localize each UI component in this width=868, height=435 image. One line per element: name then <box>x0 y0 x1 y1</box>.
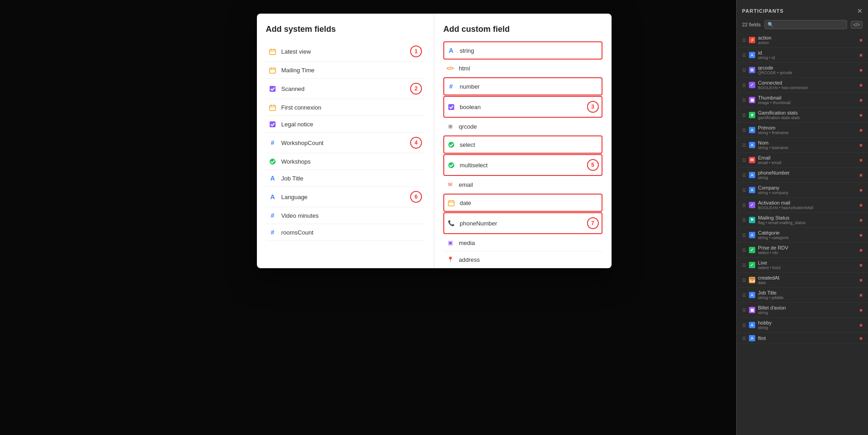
system-field-item[interactable]: Scanned 2 <box>266 79 425 99</box>
checkmark-icon <box>269 157 277 165</box>
hash-icon: # <box>269 228 277 236</box>
svg-point-14 <box>270 159 276 165</box>
custom-field-item[interactable]: ✉ email <box>443 176 602 193</box>
svg-point-16 <box>448 142 454 148</box>
checkbox-icon <box>269 85 277 93</box>
modal-body: Add system fields Latest view 1 Mailing … <box>257 14 612 268</box>
field-label: Mailing Time <box>281 67 315 74</box>
string-icon: A <box>269 174 277 182</box>
date-icon <box>447 199 455 207</box>
add-fields-modal: Add system fields Latest view 1 Mailing … <box>257 14 612 268</box>
checkbox-icon <box>447 103 455 111</box>
svg-rect-18 <box>448 201 454 206</box>
media-icon: ▣ <box>446 239 454 247</box>
svg-rect-4 <box>270 68 276 73</box>
calendar-icon <box>269 47 277 55</box>
system-field-item[interactable]: # Video minutes <box>266 207 425 224</box>
custom-field-item[interactable]: </> html <box>443 60 602 77</box>
svg-point-17 <box>448 162 454 168</box>
field-label: media <box>459 240 475 246</box>
number-badge: 1 <box>410 45 422 57</box>
field-label: Latest view <box>281 48 311 55</box>
field-label: number <box>460 83 480 90</box>
number-badge: 3 <box>587 101 599 113</box>
field-label: date <box>460 200 471 206</box>
field-label: Video minutes <box>281 212 319 219</box>
modal-backdrop: Add system fields Latest view 1 Mailing … <box>0 0 868 435</box>
checkbox-icon <box>269 120 277 128</box>
calendar-icon <box>269 66 277 74</box>
calendar-icon <box>269 103 277 111</box>
field-label: Workshops <box>281 158 311 165</box>
custom-field-item[interactable]: 📞 phoneNumber 7 <box>443 212 602 234</box>
field-label: Legal notice <box>281 121 313 128</box>
system-field-item[interactable]: A Language 6 <box>266 187 425 207</box>
field-label: WorkshopCount <box>281 140 324 146</box>
phone-icon: 📞 <box>447 219 455 227</box>
system-fields-title: Add system fields <box>266 25 425 34</box>
system-fields-column: Add system fields Latest view 1 Mailing … <box>257 14 435 268</box>
system-field-item[interactable]: Mailing Time <box>266 62 425 79</box>
custom-field-item[interactable]: A string <box>443 41 602 60</box>
system-field-item[interactable]: # roomsCount <box>266 224 425 241</box>
address-icon: 📍 <box>446 255 454 264</box>
system-field-item[interactable]: # WorkshopCount 4 <box>266 133 425 153</box>
qrcode-icon: ⊞ <box>446 122 454 130</box>
select-icon <box>447 140 455 149</box>
svg-rect-0 <box>270 50 276 55</box>
custom-field-item[interactable]: boolean 3 <box>443 96 602 118</box>
number-badge: 2 <box>410 83 422 95</box>
custom-field-item[interactable]: select <box>443 135 602 154</box>
field-label: phoneNumber <box>460 220 497 227</box>
email-icon: ✉ <box>446 180 454 189</box>
number-badge: 6 <box>410 191 422 203</box>
svg-rect-13 <box>270 121 276 127</box>
hash-icon: # <box>269 139 277 147</box>
system-field-item[interactable]: First connexion <box>266 99 425 116</box>
custom-field-item[interactable]: # number <box>443 77 602 95</box>
number-badge: 7 <box>587 217 599 229</box>
html-icon: </> <box>446 64 454 72</box>
custom-field-item[interactable]: date <box>443 194 602 212</box>
number-badge: 5 <box>587 159 599 171</box>
field-label: Job Title <box>281 175 303 182</box>
string-icon: A <box>269 193 277 201</box>
field-label: string <box>460 47 474 54</box>
field-label: select <box>460 141 475 148</box>
string-icon: A <box>447 46 455 55</box>
hash-icon: # <box>269 211 277 220</box>
field-label: qrcode <box>459 123 477 130</box>
custom-field-item[interactable]: ▣ media <box>443 235 602 251</box>
hash-icon: # <box>447 82 455 90</box>
custom-fields-title: Add custom field <box>443 25 602 34</box>
field-label: html <box>459 65 470 72</box>
custom-field-item[interactable]: 📍 address <box>443 251 602 268</box>
system-field-item[interactable]: Latest view 1 <box>266 41 425 62</box>
svg-rect-15 <box>448 104 454 110</box>
field-label: Language <box>281 194 308 200</box>
field-label: multiselect <box>460 162 487 169</box>
custom-field-item[interactable]: multiselect 5 <box>443 154 602 176</box>
number-badge: 4 <box>410 137 422 149</box>
system-field-item[interactable]: A Job Title <box>266 170 425 187</box>
custom-fields-column: Add custom field A string </> html # num… <box>434 14 612 268</box>
field-label: Scanned <box>281 85 305 92</box>
system-field-item[interactable]: Legal notice <box>266 116 425 133</box>
system-fields-list: Latest view 1 Mailing Time Scanned 2 Fir… <box>266 41 425 241</box>
field-label: email <box>459 181 473 188</box>
field-label: boolean <box>460 104 481 110</box>
custom-fields-list: A string </> html # number boolean 3 ⊞ q… <box>443 41 602 268</box>
svg-rect-9 <box>270 105 276 110</box>
multiselect-icon <box>447 161 455 169</box>
system-field-item[interactable]: Workshops <box>266 153 425 170</box>
svg-rect-8 <box>270 86 276 92</box>
custom-field-item[interactable]: ⊞ qrcode <box>443 118 602 135</box>
field-label: address <box>459 256 480 263</box>
field-label: roomsCount <box>281 229 314 236</box>
field-label: First connexion <box>281 104 321 111</box>
